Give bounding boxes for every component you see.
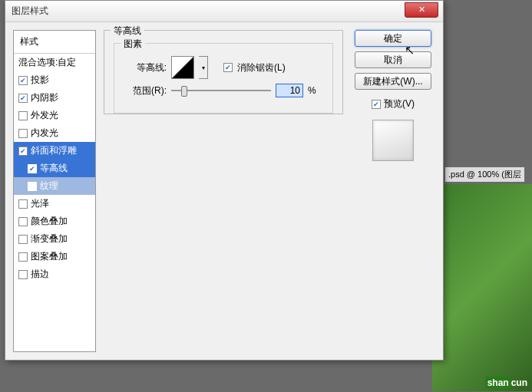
style-checkbox[interactable]: [18, 270, 28, 279]
style-item-label: 外发光: [31, 109, 58, 122]
style-checkbox[interactable]: [18, 235, 28, 244]
contour-picker[interactable]: [171, 56, 194, 79]
style-checkbox[interactable]: [18, 129, 28, 138]
style-item-label: 渐变叠加: [31, 232, 68, 245]
titlebar[interactable]: 图层样式 ✕: [5, 1, 443, 22]
style-item-0[interactable]: 混合选项:自定: [14, 54, 95, 71]
style-item-label: 图案叠加: [31, 250, 68, 263]
settings-panel: 等高线 图素 等高线: ▾ 消除锯齿(L) 范围(R):: [104, 30, 343, 352]
style-item-8[interactable]: 光泽: [14, 195, 95, 212]
style-checkbox[interactable]: [18, 199, 28, 209]
range-slider[interactable]: [171, 85, 271, 96]
style-item-11[interactable]: 图案叠加: [14, 248, 95, 265]
elements-group-title: 图素: [121, 38, 145, 51]
style-item-label: 内阴影: [31, 91, 58, 104]
style-item-label: 光泽: [31, 197, 49, 210]
contour-label: 等高线:: [124, 61, 167, 74]
antialias-checkbox[interactable]: [223, 63, 233, 72]
style-item-9[interactable]: 颜色叠加: [14, 212, 95, 230]
cancel-button[interactable]: 取消: [355, 51, 431, 68]
style-item-5[interactable]: 斜面和浮雕: [14, 142, 95, 160]
style-item-label: 混合选项:自定: [18, 56, 76, 69]
styles-list: 混合选项:自定投影内阴影外发光内发光斜面和浮雕等高线纹理光泽颜色叠加渐变叠加图案…: [14, 54, 95, 283]
styles-list-panel: 样式 混合选项:自定投影内阴影外发光内发光斜面和浮雕等高线纹理光泽颜色叠加渐变叠…: [13, 30, 96, 352]
layer-style-dialog: 图层样式 ✕ 样式 混合选项:自定投影内阴影外发光内发光斜面和浮雕等高线纹理光泽…: [5, 0, 444, 361]
style-checkbox[interactable]: [18, 94, 28, 103]
antialias-label: 消除锯齿(L): [237, 61, 286, 74]
preview-checkbox[interactable]: [372, 100, 381, 109]
document-title: .psd @ 100% (图层: [445, 167, 524, 182]
dialog-buttons: 确定 取消 新建样式(W)... 预览(V): [351, 30, 435, 352]
range-unit: %: [308, 85, 316, 96]
style-item-label: 内发光: [31, 127, 58, 140]
style-checkbox[interactable]: [18, 252, 28, 262]
dialog-title: 图层样式: [12, 5, 48, 18]
contour-group: 等高线 图素 等高线: ▾ 消除锯齿(L) 范围(R):: [104, 30, 343, 114]
preview-swatch: [372, 120, 414, 161]
style-item-12[interactable]: 描边: [14, 265, 95, 283]
style-item-7[interactable]: 纹理: [14, 177, 95, 195]
style-checkbox[interactable]: [18, 111, 28, 120]
style-item-3[interactable]: 外发光: [14, 107, 95, 124]
watermark: shancun: [485, 375, 527, 389]
style-item-label: 等高线: [40, 162, 68, 175]
style-item-label: 斜面和浮雕: [31, 144, 77, 157]
contour-group-title: 等高线: [111, 25, 144, 38]
style-checkbox[interactable]: [28, 182, 37, 191]
style-item-label: 纹理: [40, 180, 58, 193]
elements-group: 图素 等高线: ▾ 消除锯齿(L) 范围(R):: [114, 43, 333, 114]
style-checkbox[interactable]: [18, 147, 28, 156]
background-image: [432, 184, 532, 391]
ok-button[interactable]: 确定: [355, 30, 431, 47]
styles-header: 样式: [14, 31, 95, 54]
style-item-1[interactable]: 投影: [14, 71, 95, 89]
style-checkbox[interactable]: [28, 164, 37, 173]
style-item-label: 描边: [31, 268, 49, 281]
contour-dropdown-arrow[interactable]: ▾: [199, 56, 208, 79]
style-checkbox[interactable]: [18, 76, 28, 85]
range-input[interactable]: [276, 84, 303, 97]
close-button[interactable]: ✕: [405, 2, 438, 18]
style-checkbox[interactable]: [18, 217, 28, 226]
style-item-10[interactable]: 渐变叠加: [14, 230, 95, 248]
style-item-label: 颜色叠加: [31, 215, 68, 228]
range-slider-thumb[interactable]: [181, 86, 187, 97]
range-label: 范围(R):: [124, 84, 167, 97]
style-item-4[interactable]: 内发光: [14, 124, 95, 142]
style-item-6[interactable]: 等高线: [14, 160, 95, 177]
new-style-button[interactable]: 新建样式(W)...: [355, 73, 431, 90]
style-item-2[interactable]: 内阴影: [14, 89, 95, 107]
style-item-label: 投影: [31, 74, 49, 87]
preview-label: 预览(V): [384, 97, 415, 110]
